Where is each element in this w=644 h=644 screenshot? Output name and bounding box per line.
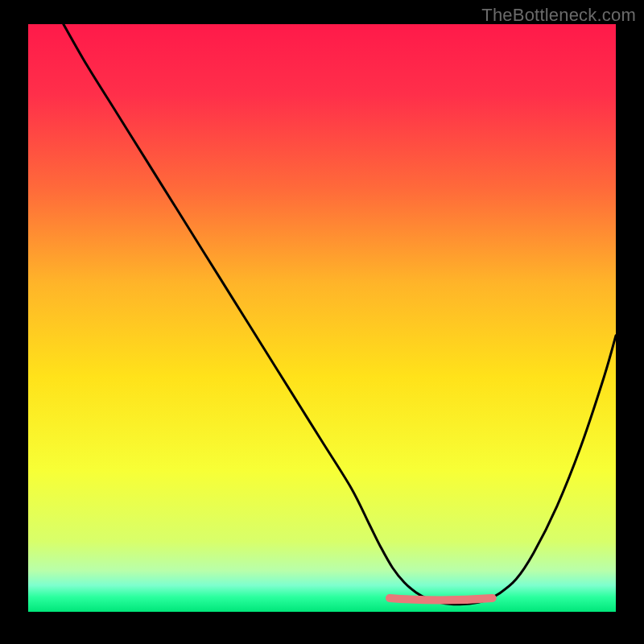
bottleneck-chart	[28, 24, 616, 612]
optimal-range-highlight	[390, 598, 493, 601]
watermark-text: TheBottleneck.com	[481, 5, 636, 26]
